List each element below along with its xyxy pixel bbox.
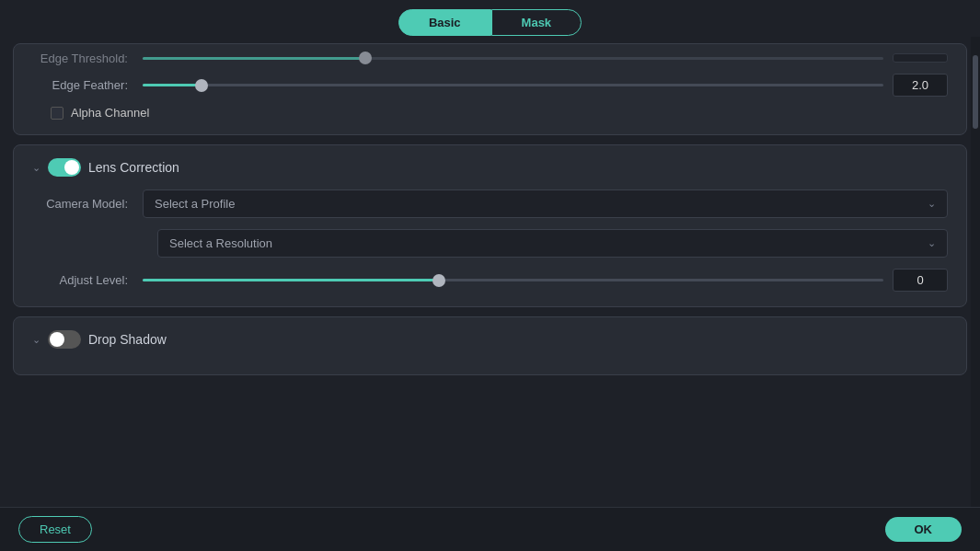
edge-threshold-thumb[interactable] <box>359 52 372 64</box>
alpha-channel-row: Alpha Channel <box>32 106 948 120</box>
edge-threshold-value[interactable] <box>893 53 948 63</box>
lens-correction-header: ⌄ Lens Correction <box>32 158 948 177</box>
lens-correction-toggle[interactable] <box>48 158 81 177</box>
edge-feather-label: Edge Feather: <box>32 78 143 92</box>
drop-shadow-chevron[interactable]: ⌄ <box>32 334 40 346</box>
edge-feather-value[interactable]: 2.0 <box>893 74 948 97</box>
edge-feather-row: Edge Feather: 2.0 <box>32 74 948 97</box>
drop-shadow-title: Drop Shadow <box>88 332 167 347</box>
lens-correction-toggle-thumb <box>64 160 79 175</box>
tab-basic[interactable]: Basic <box>398 9 491 36</box>
adjust-level-row: Adjust Level: 0 <box>32 269 948 292</box>
drop-shadow-toggle[interactable] <box>48 330 81 349</box>
drop-shadow-header: ⌄ Drop Shadow <box>32 330 948 349</box>
bottom-bar: Reset OK <box>0 507 980 551</box>
scrollbar[interactable] <box>971 37 980 507</box>
edge-threshold-track[interactable] <box>143 57 883 60</box>
camera-model-selected: Select a Profile <box>155 197 235 211</box>
edge-feather-track[interactable] <box>143 84 883 86</box>
camera-model-label: Camera Model: <box>32 197 143 211</box>
camera-model-dropdown-wrapper: Select a Profile ⌄ <box>143 189 948 218</box>
alpha-channel-checkbox[interactable] <box>51 107 63 120</box>
edge-feather-thumb[interactable] <box>195 79 208 92</box>
drop-shadow-panel: ⌄ Drop Shadow <box>13 316 967 375</box>
edge-threshold-fill <box>143 57 365 60</box>
edge-threshold-slider-container <box>143 50 883 66</box>
edge-threshold-label: Edge Threshold: <box>32 52 143 65</box>
adjust-level-fill <box>143 279 439 281</box>
adjust-level-slider-container <box>143 271 883 290</box>
camera-model-row: Camera Model: Select a Profile ⌄ <box>32 189 948 218</box>
resolution-arrow: ⌄ <box>928 237 936 249</box>
drop-shadow-toggle-thumb <box>50 332 64 347</box>
edge-feather-fill <box>143 84 202 86</box>
ok-button[interactable]: OK <box>885 517 963 542</box>
adjust-level-track[interactable] <box>143 279 883 281</box>
camera-model-dropdown[interactable]: Select a Profile ⌄ <box>143 189 948 218</box>
resolution-row: Select a Resolution ⌄ <box>32 229 948 258</box>
tab-mask[interactable]: Mask <box>491 9 582 36</box>
lens-correction-panel: ⌄ Lens Correction Camera Model: Select a… <box>13 144 967 307</box>
resolution-selected: Select a Resolution <box>169 236 272 250</box>
lens-correction-title: Lens Correction <box>88 160 179 175</box>
adjust-level-thumb[interactable] <box>432 274 445 287</box>
edge-feather-slider-container <box>143 76 883 95</box>
reset-button[interactable]: Reset <box>18 516 92 543</box>
camera-model-arrow: ⌄ <box>928 198 936 210</box>
scrollbar-thumb <box>973 55 978 129</box>
adjust-level-label: Adjust Level: <box>32 273 143 287</box>
lens-correction-chevron[interactable]: ⌄ <box>32 162 40 174</box>
alpha-channel-label: Alpha Channel <box>71 106 149 120</box>
adjust-level-value[interactable]: 0 <box>893 269 948 292</box>
resolution-dropdown[interactable]: Select a Resolution ⌄ <box>157 229 948 258</box>
edge-panel: Edge Threshold: Edge Feather: 2.0 <box>13 43 967 135</box>
resolution-dropdown-wrapper: Select a Resolution ⌄ <box>157 229 948 258</box>
